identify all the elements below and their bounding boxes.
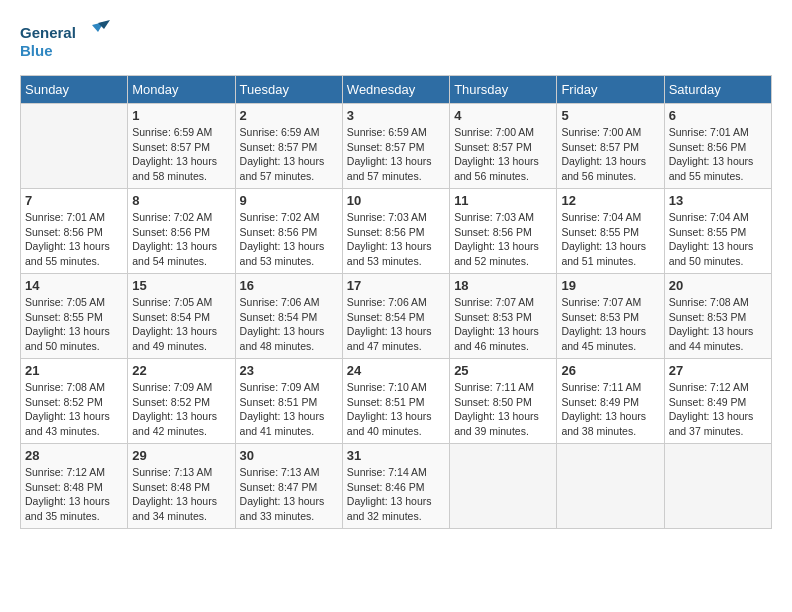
day-number: 21 [25,363,123,378]
calendar-cell: 31Sunrise: 7:14 AM Sunset: 8:46 PM Dayli… [342,444,449,529]
header-day-wednesday: Wednesday [342,76,449,104]
svg-text:General: General [20,24,76,41]
day-number: 18 [454,278,552,293]
calendar-cell [450,444,557,529]
calendar-cell: 28Sunrise: 7:12 AM Sunset: 8:48 PM Dayli… [21,444,128,529]
day-number: 23 [240,363,338,378]
logo: General Blue [20,20,110,65]
day-number: 12 [561,193,659,208]
calendar-cell [557,444,664,529]
day-number: 5 [561,108,659,123]
day-number: 1 [132,108,230,123]
calendar-cell: 6Sunrise: 7:01 AM Sunset: 8:56 PM Daylig… [664,104,771,189]
day-number: 3 [347,108,445,123]
calendar-cell: 4Sunrise: 7:00 AM Sunset: 8:57 PM Daylig… [450,104,557,189]
day-info: Sunrise: 7:07 AM Sunset: 8:53 PM Dayligh… [454,295,552,354]
calendar-cell: 30Sunrise: 7:13 AM Sunset: 8:47 PM Dayli… [235,444,342,529]
day-info: Sunrise: 7:12 AM Sunset: 8:49 PM Dayligh… [669,380,767,439]
day-number: 25 [454,363,552,378]
calendar-cell: 16Sunrise: 7:06 AM Sunset: 8:54 PM Dayli… [235,274,342,359]
day-number: 8 [132,193,230,208]
day-number: 14 [25,278,123,293]
day-info: Sunrise: 7:06 AM Sunset: 8:54 PM Dayligh… [240,295,338,354]
day-number: 26 [561,363,659,378]
calendar-cell: 19Sunrise: 7:07 AM Sunset: 8:53 PM Dayli… [557,274,664,359]
header-day-tuesday: Tuesday [235,76,342,104]
day-number: 29 [132,448,230,463]
day-info: Sunrise: 7:04 AM Sunset: 8:55 PM Dayligh… [669,210,767,269]
calendar-cell: 26Sunrise: 7:11 AM Sunset: 8:49 PM Dayli… [557,359,664,444]
day-info: Sunrise: 7:07 AM Sunset: 8:53 PM Dayligh… [561,295,659,354]
calendar-cell: 23Sunrise: 7:09 AM Sunset: 8:51 PM Dayli… [235,359,342,444]
header-day-sunday: Sunday [21,76,128,104]
day-number: 31 [347,448,445,463]
calendar-cell: 17Sunrise: 7:06 AM Sunset: 8:54 PM Dayli… [342,274,449,359]
day-info: Sunrise: 7:02 AM Sunset: 8:56 PM Dayligh… [132,210,230,269]
day-info: Sunrise: 7:00 AM Sunset: 8:57 PM Dayligh… [561,125,659,184]
day-number: 24 [347,363,445,378]
day-info: Sunrise: 7:10 AM Sunset: 8:51 PM Dayligh… [347,380,445,439]
calendar-cell: 11Sunrise: 7:03 AM Sunset: 8:56 PM Dayli… [450,189,557,274]
day-info: Sunrise: 6:59 AM Sunset: 8:57 PM Dayligh… [240,125,338,184]
day-info: Sunrise: 7:09 AM Sunset: 8:51 PM Dayligh… [240,380,338,439]
day-number: 15 [132,278,230,293]
day-number: 7 [25,193,123,208]
day-number: 6 [669,108,767,123]
day-number: 17 [347,278,445,293]
day-info: Sunrise: 6:59 AM Sunset: 8:57 PM Dayligh… [347,125,445,184]
header-day-saturday: Saturday [664,76,771,104]
calendar-cell: 8Sunrise: 7:02 AM Sunset: 8:56 PM Daylig… [128,189,235,274]
svg-text:Blue: Blue [20,42,53,59]
day-info: Sunrise: 7:11 AM Sunset: 8:49 PM Dayligh… [561,380,659,439]
day-number: 9 [240,193,338,208]
day-info: Sunrise: 7:08 AM Sunset: 8:53 PM Dayligh… [669,295,767,354]
calendar-week-row: 21Sunrise: 7:08 AM Sunset: 8:52 PM Dayli… [21,359,772,444]
day-number: 28 [25,448,123,463]
page-header: General Blue [20,20,772,65]
calendar-cell: 20Sunrise: 7:08 AM Sunset: 8:53 PM Dayli… [664,274,771,359]
day-info: Sunrise: 7:01 AM Sunset: 8:56 PM Dayligh… [25,210,123,269]
day-number: 30 [240,448,338,463]
calendar-cell: 13Sunrise: 7:04 AM Sunset: 8:55 PM Dayli… [664,189,771,274]
calendar-cell: 21Sunrise: 7:08 AM Sunset: 8:52 PM Dayli… [21,359,128,444]
calendar-cell: 24Sunrise: 7:10 AM Sunset: 8:51 PM Dayli… [342,359,449,444]
day-info: Sunrise: 7:03 AM Sunset: 8:56 PM Dayligh… [347,210,445,269]
calendar-cell: 9Sunrise: 7:02 AM Sunset: 8:56 PM Daylig… [235,189,342,274]
calendar-cell: 18Sunrise: 7:07 AM Sunset: 8:53 PM Dayli… [450,274,557,359]
calendar-cell: 3Sunrise: 6:59 AM Sunset: 8:57 PM Daylig… [342,104,449,189]
calendar-cell: 5Sunrise: 7:00 AM Sunset: 8:57 PM Daylig… [557,104,664,189]
day-info: Sunrise: 7:06 AM Sunset: 8:54 PM Dayligh… [347,295,445,354]
day-info: Sunrise: 7:09 AM Sunset: 8:52 PM Dayligh… [132,380,230,439]
calendar-cell [21,104,128,189]
header-day-monday: Monday [128,76,235,104]
calendar-table: SundayMondayTuesdayWednesdayThursdayFrid… [20,75,772,529]
calendar-week-row: 14Sunrise: 7:05 AM Sunset: 8:55 PM Dayli… [21,274,772,359]
day-number: 20 [669,278,767,293]
calendar-week-row: 1Sunrise: 6:59 AM Sunset: 8:57 PM Daylig… [21,104,772,189]
day-info: Sunrise: 7:05 AM Sunset: 8:55 PM Dayligh… [25,295,123,354]
calendar-cell [664,444,771,529]
calendar-cell: 25Sunrise: 7:11 AM Sunset: 8:50 PM Dayli… [450,359,557,444]
day-info: Sunrise: 7:13 AM Sunset: 8:47 PM Dayligh… [240,465,338,524]
day-info: Sunrise: 7:04 AM Sunset: 8:55 PM Dayligh… [561,210,659,269]
calendar-week-row: 28Sunrise: 7:12 AM Sunset: 8:48 PM Dayli… [21,444,772,529]
day-info: Sunrise: 7:01 AM Sunset: 8:56 PM Dayligh… [669,125,767,184]
day-info: Sunrise: 7:05 AM Sunset: 8:54 PM Dayligh… [132,295,230,354]
day-number: 22 [132,363,230,378]
day-info: Sunrise: 7:03 AM Sunset: 8:56 PM Dayligh… [454,210,552,269]
day-info: Sunrise: 7:00 AM Sunset: 8:57 PM Dayligh… [454,125,552,184]
calendar-cell: 1Sunrise: 6:59 AM Sunset: 8:57 PM Daylig… [128,104,235,189]
day-number: 19 [561,278,659,293]
calendar-cell: 12Sunrise: 7:04 AM Sunset: 8:55 PM Dayli… [557,189,664,274]
day-number: 11 [454,193,552,208]
header-day-thursday: Thursday [450,76,557,104]
calendar-header-row: SundayMondayTuesdayWednesdayThursdayFrid… [21,76,772,104]
day-info: Sunrise: 7:13 AM Sunset: 8:48 PM Dayligh… [132,465,230,524]
day-number: 10 [347,193,445,208]
day-number: 2 [240,108,338,123]
day-info: Sunrise: 7:02 AM Sunset: 8:56 PM Dayligh… [240,210,338,269]
calendar-cell: 14Sunrise: 7:05 AM Sunset: 8:55 PM Dayli… [21,274,128,359]
day-info: Sunrise: 6:59 AM Sunset: 8:57 PM Dayligh… [132,125,230,184]
header-day-friday: Friday [557,76,664,104]
calendar-cell: 15Sunrise: 7:05 AM Sunset: 8:54 PM Dayli… [128,274,235,359]
